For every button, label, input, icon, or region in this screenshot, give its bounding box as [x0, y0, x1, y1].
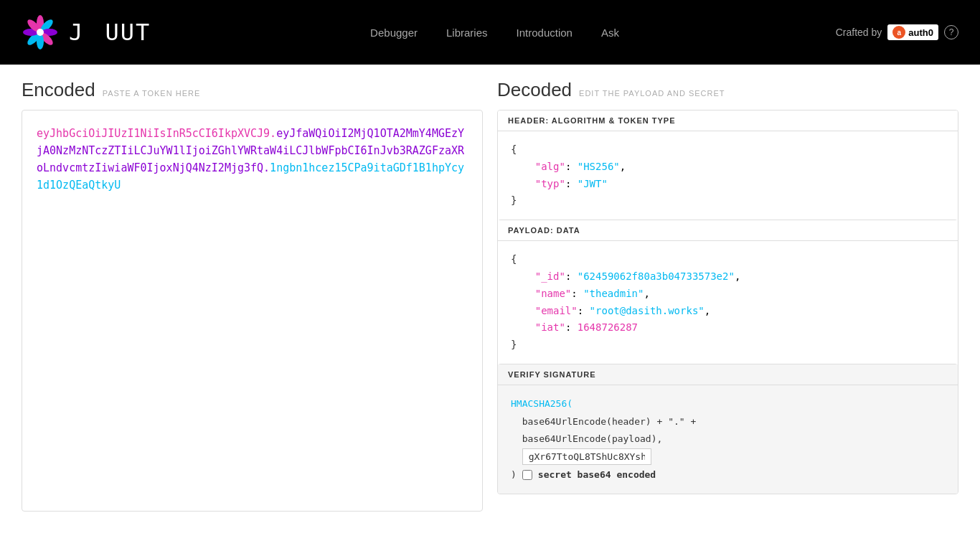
auth0-badge[interactable]: a auth0 [887, 24, 938, 40]
jwt-logo-icon [22, 14, 59, 51]
header-section-label: HEADER: ALGORITHM & TOKEN TYPE [498, 110, 958, 131]
decoded-title: Decoded [497, 79, 572, 101]
header-section: HEADER: ALGORITHM & TOKEN TYPE { "alg": … [498, 110, 958, 220]
secret-label-text: secret base64 encoded [538, 466, 656, 484]
token-part1: eyJhbGciOiJIUzI1NiIsInR5cCI6IkpXVCJ9 [37, 127, 270, 140]
verify-content: HMACSHA256( base64UrlEncode(header) + ".… [498, 385, 958, 494]
help-icon[interactable]: ? [944, 25, 958, 39]
verify-close: ) [511, 466, 517, 484]
secret-label-row: ) secret base64 encoded [511, 466, 945, 484]
encoded-panel: Encoded PASTE A TOKEN HERE eyJhbGciOiJIU… [22, 79, 483, 537]
auth0-logo-icon: a [892, 26, 905, 39]
navbar: J UUT Debugger Libraries Introduction As… [0, 0, 980, 65]
crafted-by-text: Crafted by [836, 27, 882, 38]
navbar-right: Crafted by a auth0 ? [836, 24, 958, 40]
navbar-nav: Debugger Libraries Introduction Ask [370, 27, 619, 39]
navbar-logo-area: J UUT [22, 14, 154, 51]
svg-point-8 [37, 29, 44, 36]
decoded-subtitle: EDIT THE PAYLOAD AND SECRET [579, 89, 725, 98]
payload-section: PAYLOAD: DATA { "_id": "62459062f80a3b04… [498, 220, 958, 364]
verify-label: VERIFY SIGNATURE [508, 370, 596, 379]
verify-section-label: VERIFY SIGNATURE [498, 364, 958, 385]
payload-content[interactable]: { "_id": "62459062f80a3b04733573e2", "na… [498, 241, 958, 364]
nav-introduction[interactable]: Introduction [517, 27, 573, 39]
decoded-header: Decoded EDIT THE PAYLOAD AND SECRET [497, 79, 958, 101]
payload-label-bold: PAYLOAD: [508, 226, 554, 235]
main-content: Encoded PASTE A TOKEN HERE eyJhbGciOiJIU… [0, 65, 980, 551]
logo-text: J UUT [69, 19, 154, 46]
secret-input[interactable] [522, 448, 651, 465]
token-dot1: . [270, 127, 276, 140]
secret-base64-checkbox[interactable] [522, 470, 532, 480]
nav-ask[interactable]: Ask [601, 27, 619, 39]
token-dot2: . [263, 161, 270, 174]
header-content[interactable]: { "alg": "HS256", "typ": "JWT" } [498, 131, 958, 220]
auth0-label: auth0 [908, 27, 933, 38]
verify-line2: base64UrlEncode(payload), [522, 433, 663, 444]
verify-func: HMACSHA256( [511, 398, 573, 409]
header-label-bold: HEADER: [508, 116, 549, 125]
verify-section: VERIFY SIGNATURE HMACSHA256( base64UrlEn… [498, 364, 958, 494]
encoded-title: Encoded [22, 79, 95, 101]
verify-line1: base64UrlEncode(header) + "." + [522, 416, 697, 427]
payload-section-label: PAYLOAD: DATA [498, 220, 958, 241]
decoded-sections: HEADER: ALGORITHM & TOKEN TYPE { "alg": … [497, 110, 958, 494]
nav-libraries[interactable]: Libraries [446, 27, 488, 39]
encoded-header: Encoded PASTE A TOKEN HERE [22, 79, 483, 101]
nav-debugger[interactable]: Debugger [370, 27, 418, 39]
encoded-textarea[interactable]: eyJhbGciOiJIUzI1NiIsInR5cCI6IkpXVCJ9.eyJ… [22, 110, 483, 512]
encoded-subtitle: PASTE A TOKEN HERE [103, 89, 201, 98]
decoded-panel: Decoded EDIT THE PAYLOAD AND SECRET HEAD… [497, 79, 958, 537]
